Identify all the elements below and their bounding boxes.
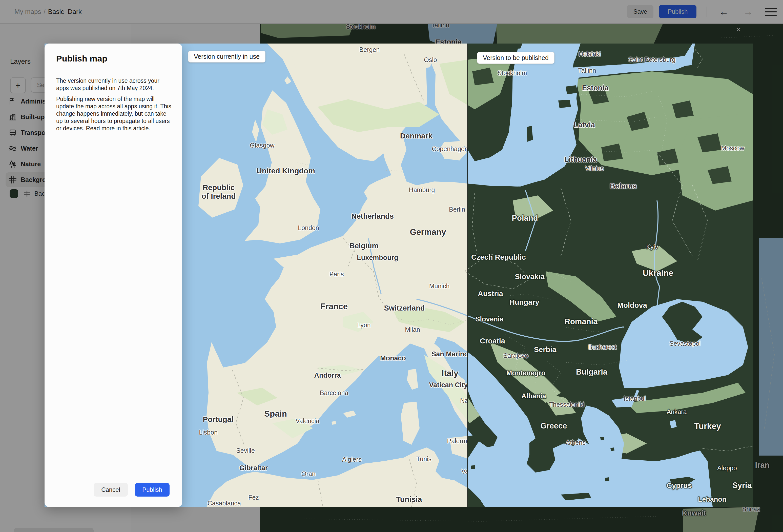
map-label-luxembourg: Luxembourg	[357, 254, 398, 261]
map-label-stockholm: Stockholm	[498, 69, 527, 76]
map-label-belarus: Belarus	[610, 182, 637, 190]
map-label-vilnius: Vilnius	[585, 165, 603, 172]
comparison-divider[interactable]	[467, 43, 468, 507]
map-label-valencia: Valencia	[295, 417, 319, 425]
map-label-cyprus: Cyprus	[666, 481, 692, 490]
map-label-montenegro: Montenegro	[506, 369, 545, 377]
map-label-kyiv: Kyiv	[646, 243, 658, 250]
map-label-saint-petersburg: Saint Petersburg	[628, 56, 676, 63]
map-label-romania: Romania	[565, 317, 598, 326]
map-label-casablanca: Casablanca	[208, 500, 241, 507]
map-label-helsinki: Helsinki	[578, 50, 601, 58]
map-label-slovakia: Slovakia	[515, 273, 544, 281]
map-label-republic-of-ireland: Republic of Ireland	[201, 183, 236, 200]
map-label-vatican-city: Vatican City	[429, 381, 468, 389]
map-label-valletta: Valletta	[461, 468, 468, 475]
map-label-moldova: Moldova	[617, 301, 647, 309]
map-label-oslo: Oslo	[424, 56, 437, 63]
map-label-andorra: Andorra	[314, 372, 341, 379]
map-label-monaco: Monaco	[380, 354, 406, 362]
map-label-albania: Albania	[521, 392, 546, 400]
map-label-gibraltar: Gibraltar	[240, 464, 268, 472]
publish-confirm-button[interactable]: Publish	[135, 483, 169, 497]
map-label-belgium: Belgium	[349, 242, 378, 250]
map-new-version[interactable]: HelsinkiSaint PetersburgStockholmTallinn…	[468, 43, 753, 507]
current-version-badge: Version currently in use	[188, 51, 265, 63]
map-label-switzerland: Switzerland	[384, 304, 425, 312]
dialog-title: Publish map	[56, 54, 107, 64]
map-label-munich: Munich	[429, 282, 450, 289]
map-label-tallinn: Tallinn	[578, 67, 596, 74]
map-label-greece: Greece	[540, 421, 567, 431]
map-label-berlin: Berlin	[449, 206, 465, 213]
map-label-turkey: Turkey	[694, 421, 721, 431]
map-label-bucharest: Bucharest	[588, 343, 617, 350]
map-label-fez: Fez	[248, 494, 259, 501]
map-label-sevastopol: Sevastopol	[669, 340, 701, 347]
map-label-moscow: Moscow	[721, 145, 744, 152]
map-label-spain: Spain	[264, 409, 287, 418]
map-label-hamburg: Hamburg	[409, 186, 435, 193]
map-label-san-marino: San Marino	[432, 350, 468, 358]
map-label-london: London	[298, 224, 319, 231]
publish-map-dialog: Publish map The version currently in use…	[44, 43, 182, 507]
map-label-athens: Athens	[566, 439, 586, 446]
map-label-milan: Milan	[405, 326, 420, 333]
map-label-denmark: Denmark	[400, 132, 433, 140]
map-label-united-kingdom: United Kingdom	[256, 166, 315, 175]
map-label-paris: Paris	[330, 271, 344, 278]
map-label-palermo: Palermo	[447, 437, 468, 444]
map-label-portugal: Portugal	[203, 415, 233, 424]
map-label-italy: Italy	[442, 369, 458, 378]
map-label-croatia: Croatia	[480, 337, 505, 345]
map-label-serbia: Serbia	[534, 345, 557, 353]
map-label-germany: Germany	[410, 227, 446, 237]
map-label-lithuania: Lithuania	[564, 155, 597, 163]
map-label-ankara: Ankara	[666, 408, 687, 415]
map-label-seville: Seville	[236, 447, 255, 454]
map-label-thessaloniki: Thessaloniki	[549, 401, 584, 408]
map-label-barcelona: Barcelona	[320, 389, 348, 396]
map-label-oran: Oran	[302, 470, 316, 477]
map-label-naples: Naples	[460, 397, 468, 404]
map-label-glasgow: Glasgow	[250, 142, 274, 149]
map-label-hungary: Hungary	[509, 298, 539, 306]
map-label-istanbul: Istanbul	[624, 395, 646, 402]
map-label-aleppo: Aleppo	[717, 464, 737, 471]
dialog-paragraph-2: Publishing new version of the map will u…	[56, 95, 171, 132]
map-label-slovenia: Slovenia	[475, 315, 503, 323]
map-label-bulgaria: Bulgaria	[576, 368, 607, 377]
map-label-poland: Poland	[512, 214, 538, 223]
this-article-link[interactable]: this article	[123, 125, 149, 132]
map-label-syria: Syria	[732, 481, 752, 490]
map-label-copenhagen: Copenhagen	[432, 145, 468, 152]
map-label-ukraine: Ukraine	[643, 269, 673, 278]
map-label-tunisia: Tunisia	[396, 495, 422, 504]
map-label-bergen: Bergen	[359, 46, 380, 53]
map-label-sarajevo: Sarajevo	[503, 352, 528, 359]
dialog-paragraph-1: The version currently in use across your…	[56, 77, 171, 92]
map-label-lyon: Lyon	[357, 321, 371, 328]
map-label-tunis: Tunis	[416, 455, 432, 462]
map-label-czech-republic: Czech Republic	[471, 253, 526, 261]
map-label-latvia: Latvia	[574, 121, 595, 129]
map-label-lisbon: Lisbon	[199, 429, 218, 436]
new-version-badge: Version to be published	[477, 52, 555, 64]
map-label-france: France	[320, 302, 348, 311]
map-label-algiers: Algiers	[342, 456, 362, 463]
map-label-lebanon: Lebanon	[698, 496, 726, 503]
map-label-estonia: Estonia	[582, 84, 608, 92]
cancel-button[interactable]: Cancel	[94, 483, 128, 497]
map-label-netherlands: Netherlands	[351, 212, 394, 220]
map-label-austria: Austria	[478, 289, 503, 298]
app-window: ✕ StockholmTallinnEstoniaIranShirazKuwai…	[0, 0, 783, 532]
